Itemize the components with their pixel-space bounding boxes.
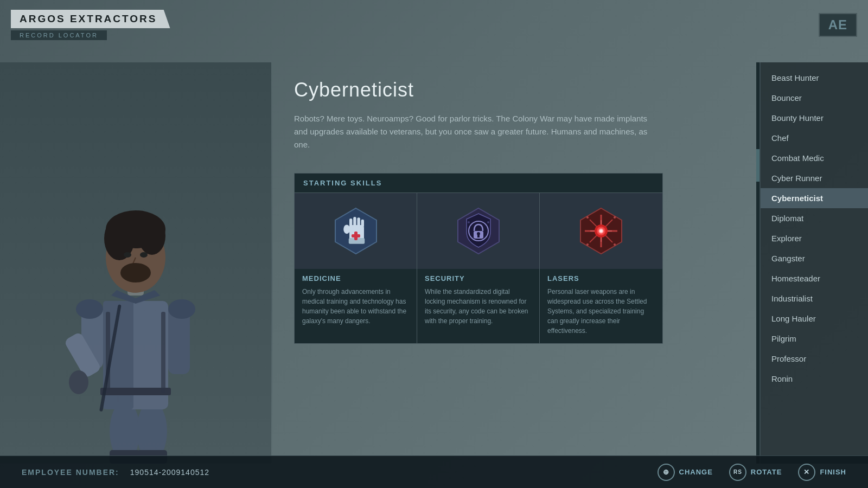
svg-point-19 <box>120 263 151 282</box>
sidebar-item-cyberneticist[interactable]: Cyberneticist <box>761 188 868 208</box>
sidebar-item-cyber-runner[interactable]: Cyber Runner <box>761 168 868 188</box>
skill-medicine: MEDICINE Only through advancements in me… <box>295 193 417 343</box>
skill-security: SECURITY While the standardized digital … <box>417 193 540 343</box>
character-portrait <box>49 149 222 464</box>
sidebar-item-homesteader[interactable]: Homesteader <box>761 268 868 288</box>
record-locator-label: RECORD LOCATOR <box>20 32 98 38</box>
svg-rect-28 <box>353 217 356 227</box>
rotate-btn[interactable]: RS <box>729 464 746 481</box>
change-btn[interactable]: ⊕ <box>658 464 675 481</box>
lasers-name: LASERS <box>547 274 655 282</box>
sidebar-item-long-hauler[interactable]: Long Hauler <box>761 309 868 329</box>
svg-point-26 <box>343 224 350 234</box>
svg-point-11 <box>168 299 195 319</box>
skill-lasers: LASERS Personal laser weapons are in wid… <box>540 193 662 343</box>
medicine-icon-area <box>295 193 417 269</box>
finish-btn[interactable]: ✕ <box>798 464 815 481</box>
sidebar-item-professor[interactable]: Professor <box>761 349 868 369</box>
svg-point-40 <box>487 221 489 223</box>
sidebar-item-beast-hunter[interactable]: Beast Hunter <box>761 68 868 88</box>
rotate-action[interactable]: RS ROTATE <box>729 464 782 481</box>
svg-rect-29 <box>357 217 360 227</box>
company-bar: ARGOS EXTRACTORS RECORD LOCATOR AE <box>11 10 857 40</box>
sidebar-item-diplomat[interactable]: Diplomat <box>761 208 868 228</box>
svg-point-53 <box>614 216 616 219</box>
svg-point-23 <box>69 370 88 394</box>
security-name: SECURITY <box>425 274 532 282</box>
security-desc: While the standardized digital locking m… <box>425 287 532 326</box>
lasers-icon-area <box>540 193 662 269</box>
top-header: ARGOS EXTRACTORS RECORD LOCATOR AE <box>0 0 868 40</box>
bottom-bar: EMPLOYEE NUMBER: 190514-2009140512 ⊕ CHA… <box>0 455 868 488</box>
change-action[interactable]: ⊕ CHANGE <box>658 464 713 481</box>
sidebar-item-pilgrim[interactable]: Pilgrim <box>761 329 868 349</box>
sidebar-item-explorer[interactable]: Explorer <box>761 228 868 248</box>
svg-rect-30 <box>361 220 363 227</box>
medicine-info: MEDICINE Only through advancements in me… <box>295 269 417 343</box>
svg-point-54 <box>586 243 589 246</box>
company-name: ARGOS EXTRACTORS RECORD LOCATOR <box>11 10 170 40</box>
rotate-label: ROTATE <box>751 468 782 476</box>
lasers-info: LASERS Personal laser weapons are in wid… <box>540 269 662 343</box>
employee-number: 190514-2009140512 <box>130 468 209 477</box>
finish-label: FINISH <box>820 468 846 476</box>
sidebar-item-gangster[interactable]: Gangster <box>761 248 868 268</box>
skills-grid: MEDICINE Only through advancements in me… <box>295 193 662 343</box>
lasers-desc: Personal laser weapons are in widespread… <box>547 287 655 336</box>
svg-rect-21 <box>161 312 165 393</box>
main-content: Cyberneticist Robots? Mere toys. Neuroam… <box>0 62 868 464</box>
svg-point-10 <box>76 299 103 319</box>
sidebar-item-industrialist[interactable]: Industrialist <box>761 288 868 309</box>
medicine-name: MEDICINE <box>302 274 409 282</box>
bottom-actions: ⊕ CHANGE RS ROTATE ✕ FINISH <box>658 464 846 481</box>
security-info: SECURITY While the standardized digital … <box>417 269 539 343</box>
svg-point-18 <box>140 252 148 258</box>
skills-section: STARTING SKILLS <box>294 173 663 344</box>
svg-point-51 <box>599 229 603 233</box>
employee-label: EMPLOYEE NUMBER: <box>22 468 119 477</box>
medicine-desc: Only through advancements in medical tra… <box>302 287 409 326</box>
sidebar-item-combat-medic[interactable]: Combat Medic <box>761 148 868 168</box>
lasers-icon <box>574 204 628 258</box>
company-title: ARGOS EXTRACTORS <box>20 13 157 24</box>
svg-point-55 <box>614 243 616 246</box>
finish-action[interactable]: ✕ FINISH <box>798 464 846 481</box>
medicine-icon <box>329 204 383 258</box>
background-list: Beast HunterBouncerBounty HunterChefComb… <box>760 62 868 464</box>
sidebar-item-bounty-hunter[interactable]: Bounty Hunter <box>761 108 868 128</box>
background-title: Cyberneticist <box>294 79 740 101</box>
svg-rect-27 <box>349 219 352 228</box>
svg-point-17 <box>124 252 131 258</box>
security-icon <box>451 204 506 258</box>
ae-logo: AE <box>819 13 857 37</box>
sidebar-item-chef[interactable]: Chef <box>761 128 868 148</box>
security-icon-area <box>417 193 539 269</box>
sidebar-item-ronin[interactable]: Ronin <box>761 369 868 389</box>
svg-point-52 <box>586 216 589 219</box>
svg-point-16 <box>138 217 165 255</box>
sidebar-item-bouncer[interactable]: Bouncer <box>761 88 868 108</box>
portrait-area <box>0 62 271 464</box>
skills-header: STARTING SKILLS <box>295 174 662 193</box>
info-panel: Cyberneticist Robots? Mere toys. Neuroam… <box>272 62 756 464</box>
svg-rect-33 <box>354 232 358 240</box>
background-description: Robots? Mere toys. Neuroamps? Good for p… <box>294 112 663 151</box>
svg-rect-38 <box>477 235 480 237</box>
svg-rect-6 <box>100 388 171 395</box>
change-label: CHANGE <box>679 468 713 476</box>
svg-point-39 <box>468 221 470 223</box>
